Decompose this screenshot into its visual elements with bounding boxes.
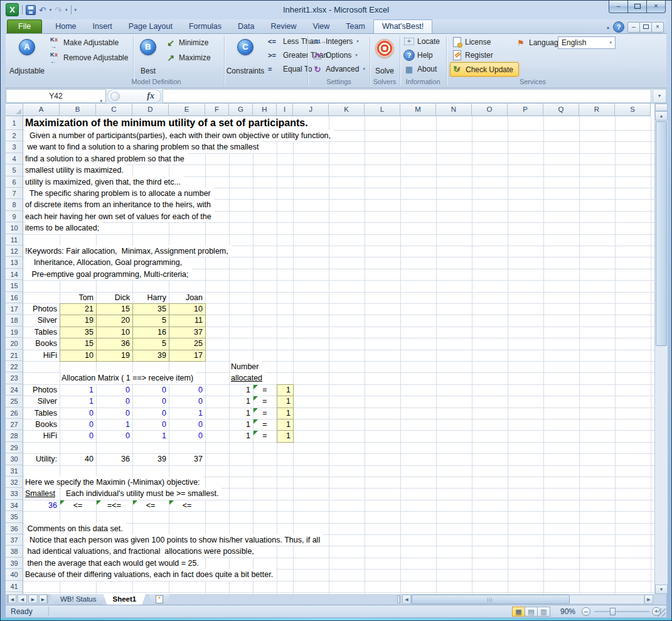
sheet-tab-sheet1[interactable]: Sheet1: [104, 594, 146, 605]
cell-A8[interactable]: of discrete items from an inheritance to…: [25, 199, 214, 210]
cell-A18[interactable]: Silver: [23, 315, 60, 326]
zoom-slider-track[interactable]: [594, 611, 649, 612]
cell-G23[interactable]: allocated: [231, 372, 265, 384]
column-header-D[interactable]: D: [132, 104, 169, 116]
column-header-F[interactable]: F: [205, 104, 229, 116]
help-button[interactable]: ? Help: [403, 50, 433, 61]
column-header-N[interactable]: N: [436, 104, 472, 116]
row-header-3[interactable]: 3: [6, 141, 23, 153]
cell-G25[interactable]: 1: [229, 396, 253, 407]
cell-D20[interactable]: 5: [132, 338, 169, 349]
page-break-view-button[interactable]: ▥: [537, 607, 550, 617]
row-header-1[interactable]: 1: [6, 116, 23, 130]
cell-A10[interactable]: items to be allocated;: [25, 222, 102, 234]
row-header-25[interactable]: 25: [6, 396, 23, 407]
cell-E18[interactable]: 11: [169, 315, 205, 326]
cell-A39[interactable]: then the average that each would get wou…: [25, 558, 202, 569]
minimize-objective-button[interactable]: ↙ Minimize: [165, 37, 208, 48]
cell-C27[interactable]: 1: [96, 419, 132, 430]
cell-A34[interactable]: 36: [23, 500, 60, 511]
cell-G22[interactable]: Number: [231, 361, 262, 372]
workbook-close-button[interactable]: ×: [651, 22, 664, 33]
equal-to-button[interactable]: = Equal To: [268, 63, 312, 75]
row-header-32[interactable]: 32: [6, 477, 23, 488]
cell-G27[interactable]: 1: [229, 419, 253, 430]
cell-G26[interactable]: 1: [229, 408, 253, 419]
best-button[interactable]: B Best: [135, 35, 161, 77]
cell-D34[interactable]: <=: [132, 500, 169, 511]
cell-A25[interactable]: Silver: [23, 396, 60, 407]
zoom-level[interactable]: 90%: [560, 607, 575, 616]
horizontal-scroll-thumb[interactable]: [412, 595, 570, 604]
row-header-21[interactable]: 21: [6, 350, 23, 361]
cell-A6[interactable]: utility is maximized, given that, the th…: [25, 176, 184, 188]
insert-worksheet-button[interactable]: *: [149, 594, 170, 605]
row-header-14[interactable]: 14: [6, 269, 23, 280]
options-button[interactable]: Options ▾: [312, 50, 358, 61]
tab-team[interactable]: Team: [338, 20, 373, 33]
cell-A24[interactable]: Photos: [23, 384, 60, 396]
sheet-tab-wb-status[interactable]: WB! Status: [51, 594, 106, 605]
column-header-G[interactable]: G: [229, 104, 253, 116]
row-header-20[interactable]: 20: [6, 338, 23, 349]
row-header-17[interactable]: 17: [6, 303, 23, 315]
column-header-K[interactable]: K: [329, 104, 365, 116]
row-header-40[interactable]: 40: [6, 569, 23, 580]
row-header-39[interactable]: 39: [6, 558, 23, 569]
column-header-L[interactable]: L: [365, 104, 400, 116]
cell-A4[interactable]: find a solution to a shared problem so t…: [25, 153, 188, 165]
cell-C28[interactable]: 0: [96, 430, 132, 441]
row-header-2[interactable]: 2: [6, 130, 23, 141]
register-button[interactable]: Register: [451, 50, 493, 61]
cell-A26[interactable]: Tables: [23, 408, 60, 419]
cell-D25[interactable]: 0: [132, 396, 169, 407]
tab-what-sbest[interactable]: What'sBest!: [373, 19, 432, 33]
cell-C30[interactable]: 36: [96, 453, 132, 465]
cell-A2[interactable]: Given a number of participants(parties),…: [25, 130, 334, 141]
select-all-corner[interactable]: [6, 104, 23, 116]
insert-function-circle-icon[interactable]: [110, 92, 120, 101]
cell-E19[interactable]: 37: [169, 327, 205, 338]
cell-E27[interactable]: 0: [169, 419, 205, 430]
cell-D27[interactable]: 0: [132, 419, 169, 430]
minimize-button[interactable]: –: [609, 1, 628, 13]
tab-split-handle[interactable]: [397, 595, 400, 603]
row-header-18[interactable]: 18: [6, 315, 23, 326]
fx-icon[interactable]: fx: [147, 91, 154, 101]
cell-A38[interactable]: had identical valuations, and fractional…: [25, 546, 257, 557]
expand-formula-bar-button[interactable]: ▾: [653, 89, 666, 103]
cell-A28[interactable]: HiFi: [23, 430, 60, 441]
cell-A37[interactable]: Notice that each person was given 100 po…: [25, 534, 323, 546]
row-header-8[interactable]: 8: [6, 199, 23, 210]
row-header-30[interactable]: 30: [6, 453, 23, 465]
cell-I28[interactable]: 1: [277, 430, 293, 441]
cell-A17[interactable]: Photos: [23, 303, 60, 315]
cell-B19[interactable]: 35: [60, 327, 96, 338]
last-sheet-button[interactable]: ▶: [39, 595, 48, 603]
cell-A30[interactable]: Utility:: [23, 453, 60, 465]
scroll-up-arrow[interactable]: ▲: [655, 111, 668, 121]
adjustable-button[interactable]: A Adjustable: [7, 35, 47, 77]
cell-A20[interactable]: Books: [23, 338, 60, 349]
make-adjustable-button[interactable]: Kx→ Make Adjustable: [50, 37, 119, 48]
row-header-41[interactable]: 41: [6, 581, 23, 592]
language-select[interactable]: English ▾: [558, 36, 616, 49]
column-header-O[interactable]: O: [472, 104, 508, 116]
column-header-Q[interactable]: Q: [543, 104, 579, 116]
cell-E34[interactable]: <=: [169, 500, 205, 511]
cell-C34[interactable]: =<=: [96, 500, 132, 511]
constraints-button[interactable]: C Constraints: [226, 35, 265, 77]
row-header-12[interactable]: 12: [6, 246, 23, 257]
page-layout-view-button[interactable]: ▤: [525, 607, 538, 617]
resize-grip[interactable]: [658, 608, 666, 617]
integers-button[interactable]: ←01→ Integers ▾: [312, 36, 359, 47]
next-sheet-button[interactable]: ▶: [28, 595, 38, 603]
tab-formulas[interactable]: Formulas: [181, 20, 230, 33]
row-header-5[interactable]: 5: [6, 165, 23, 176]
column-header-S[interactable]: S: [615, 104, 651, 116]
cell-G24[interactable]: 1: [229, 384, 253, 396]
workbook-restore-button[interactable]: [639, 22, 652, 33]
row-header-33[interactable]: 33: [6, 488, 23, 499]
cell-B18[interactable]: 19: [60, 315, 96, 326]
cell-D18[interactable]: 5: [132, 315, 169, 326]
